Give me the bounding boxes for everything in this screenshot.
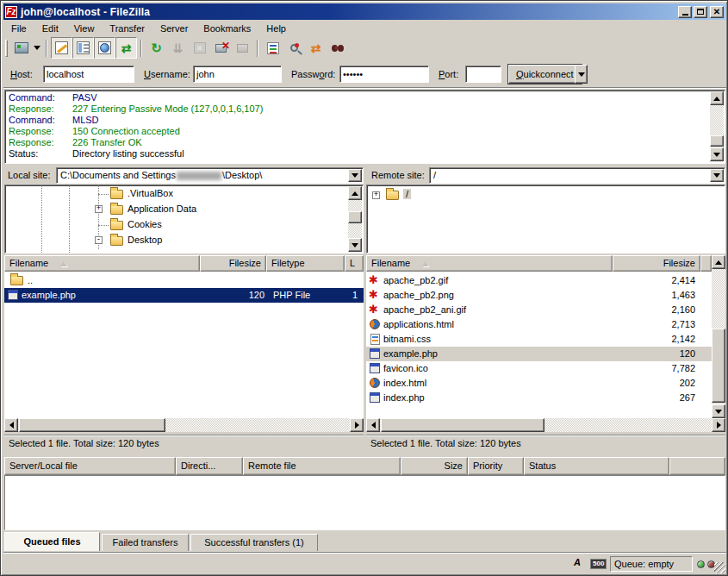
tree-scroll-thumb[interactable] [348,211,362,223]
tree-item-cookies[interactable]: Cookies [128,219,162,229]
site-manager-dropdown[interactable] [32,37,42,59]
tree-item-application-data[interactable]: Application Data [128,203,196,214]
local-row-selected[interactable]: example.php 120 PHP File 1 [4,288,364,303]
close-button[interactable]: ✕ [710,6,724,18]
tab-queued-files[interactable]: Queued files [4,532,100,551]
process-queue-button[interactable]: ⇊ [167,37,189,59]
queue-col-remote-file[interactable]: Remote file [243,457,401,475]
local-site-dropdown[interactable] [348,169,362,182]
remote-row[interactable]: index.html 202 [366,376,712,391]
password-label: Password: [291,69,335,79]
local-col-filetype[interactable]: Filetype [266,255,345,272]
folder-icon [110,236,123,246]
refresh-icon: ↻ [151,41,162,56]
remote-site-dropdown[interactable] [710,169,724,182]
menu-file[interactable]: File [3,22,34,35]
remote-hscroll-left[interactable] [366,418,380,432]
remote-row[interactable]: applications.html 2,713 [366,317,712,332]
cancel-button[interactable]: ✕ [189,37,210,59]
tab-successful-transfers[interactable]: Successful transfers (1) [190,534,318,551]
remote-col-filename[interactable]: Filename [366,255,613,272]
queue-col-direction[interactable]: Directi... [176,457,243,475]
expand-plus-icon[interactable]: + [372,191,380,199]
password-input[interactable] [339,66,429,83]
local-col-filename[interactable]: Filename [4,255,200,272]
queue-col-status[interactable]: Status [524,457,669,475]
remote-site-combo[interactable]: / [429,167,725,184]
queue-col-size[interactable]: Size [401,457,468,475]
maximize-button[interactable] [694,6,707,18]
remote-row[interactable]: ✱ apache_pb2.png 1,463 [366,288,712,303]
minimize-button[interactable] [678,6,692,18]
menu-help[interactable]: Help [258,22,294,35]
queue-col-local-file[interactable]: Server/Local file [4,457,176,475]
tab-failed-transfers[interactable]: Failed transfers [102,534,189,551]
remote-hscroll-right[interactable] [712,418,725,432]
expand-plus-icon[interactable]: + [95,205,103,213]
queue-col-priority[interactable]: Priority [468,457,524,475]
transfer-type-icon[interactable]: A [574,557,581,567]
username-input[interactable] [193,66,282,83]
file-modified: 1 [352,288,358,303]
remote-row[interactable]: index.php 267 [366,391,712,405]
find-files-button[interactable] [327,37,348,59]
menu-bookmarks[interactable]: Bookmarks [196,22,258,35]
remote-col-filesize[interactable]: Filesize [613,255,700,272]
quickconnect-button[interactable]: Quickconnect [508,65,582,84]
toggle-remote-tree-button[interactable] [94,37,115,59]
tree-item-desktop[interactable]: Desktop [128,235,162,245]
menu-edit[interactable]: Edit [34,22,66,35]
log-scroll-down[interactable] [710,147,724,161]
resize-grip[interactable] [714,562,725,573]
local-row-parent[interactable]: .. [4,273,364,288]
local-hscroll-thumb[interactable] [19,418,165,432]
quickconnect-dropdown[interactable] [575,65,588,84]
tree-item-root[interactable]: / [403,189,411,199]
menu-transfer[interactable]: Transfer [102,22,152,35]
remote-scroll-thumb[interactable] [712,329,725,403]
local-site-combo[interactable]: C:\Documents and Settings\Desktop\ [56,167,364,184]
remote-row-selected[interactable]: example.php 120 [366,347,712,361]
menu-server[interactable]: Server [152,22,196,35]
site-manager-button[interactable] [10,37,32,59]
menu-view[interactable]: View [66,22,103,35]
remote-row[interactable]: ✱ apache_pb2.gif 2,414 [366,273,712,288]
reconnect-button[interactable] [232,37,253,59]
maximize-icon [697,9,704,15]
remote-scroll-down[interactable] [712,404,725,418]
speed-limit-icon[interactable]: 500 [590,559,607,569]
arrow-up-icon [713,97,720,101]
compare-button[interactable] [283,37,305,59]
local-hscroll-left[interactable] [4,418,18,432]
file-name: index.html [383,376,426,391]
local-col-filesize[interactable]: Filesize [200,255,266,272]
host-input[interactable] [43,66,134,83]
disconnect-button[interactable]: ✕ [210,37,232,59]
remote-row[interactable]: ✱ apache_pb2_ani.gif 2,160 [366,303,712,317]
toggle-log-button[interactable] [51,37,72,59]
toggle-local-tree-button[interactable] [72,37,94,59]
tree-scroll-up[interactable] [348,186,362,200]
host-label: Host: [10,69,33,79]
remote-hscroll-thumb[interactable] [381,418,544,432]
tree-scroll-down[interactable] [348,238,362,252]
local-col-modified[interactable]: L [345,255,364,272]
filter-icon [267,42,279,54]
log-scroll-thumb[interactable] [710,135,724,147]
local-hscroll-right[interactable] [350,418,364,432]
tree-connector [98,225,109,226]
port-input[interactable] [465,66,501,83]
filter-button[interactable] [262,37,283,59]
log-scroll-up[interactable] [710,91,724,105]
sync-browsing-button[interactable]: ⇄ [305,37,327,59]
collapse-minus-icon[interactable]: - [95,236,103,244]
log-line: Response:150 Connection accepted [9,126,180,136]
refresh-button[interactable]: ↻ [146,37,167,59]
remote-scroll-up[interactable] [712,255,725,269]
toolbar-grip[interactable] [5,40,8,57]
toggle-queue-button[interactable]: ⇄ [115,37,137,59]
tree-item-virtualbox[interactable]: .VirtualBox [128,188,173,198]
remote-row[interactable]: bitnami.css 2,142 [366,332,712,347]
folder-icon [10,276,23,285]
remote-row[interactable]: favicon.ico 7,782 [366,361,712,376]
